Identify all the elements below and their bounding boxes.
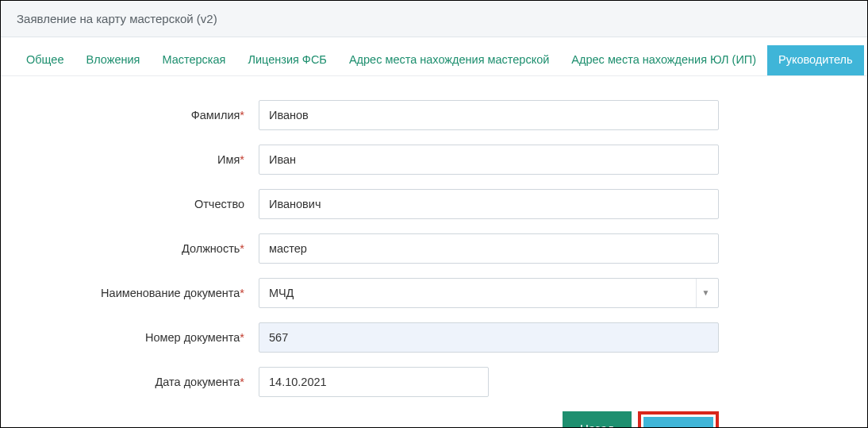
next-button[interactable]: Далее bbox=[643, 417, 713, 428]
label-name: Имя* bbox=[1, 153, 259, 166]
tab-applicant[interactable]: Заявитель bbox=[864, 45, 869, 75]
input-doc-number[interactable] bbox=[259, 322, 719, 353]
tab-fsb-license[interactable]: Лицензия ФСБ bbox=[236, 45, 337, 75]
row-patronymic: Отчество bbox=[1, 189, 867, 219]
tab-bar: Общее Вложения Мастерская Лицензия ФСБ А… bbox=[1, 45, 867, 76]
chevron-down-icon: ▼ bbox=[696, 279, 715, 307]
required-mark: * bbox=[240, 287, 244, 299]
input-name[interactable] bbox=[259, 145, 719, 175]
back-button[interactable]: Назад bbox=[563, 411, 632, 428]
page-header: Заявление на карту мастерской (v2) bbox=[1, 1, 867, 37]
row-doc-number: Номер документа* bbox=[1, 322, 867, 353]
required-mark: * bbox=[240, 331, 244, 344]
input-surname[interactable] bbox=[259, 100, 719, 130]
input-patronymic[interactable] bbox=[259, 189, 719, 219]
tab-attachments[interactable]: Вложения bbox=[75, 45, 151, 75]
tab-general[interactable]: Общее bbox=[15, 45, 75, 75]
highlight-frame: Далее bbox=[638, 411, 719, 428]
tab-workshop-address[interactable]: Адрес места нахождения мастерской bbox=[338, 45, 560, 75]
row-position: Должность* bbox=[1, 233, 867, 264]
row-surname: Фамилия* bbox=[1, 100, 867, 130]
input-position[interactable] bbox=[259, 233, 719, 264]
required-mark: * bbox=[240, 376, 244, 388]
row-doc-name: Наименование документа* МЧД ▼ bbox=[1, 278, 867, 308]
required-mark: * bbox=[240, 242, 244, 255]
page-title: Заявление на карту мастерской (v2) bbox=[17, 12, 217, 25]
row-name: Имя* bbox=[1, 145, 867, 175]
form: Фамилия* Имя* Отчество Должность* Наимен… bbox=[1, 76, 867, 428]
label-position: Должность* bbox=[1, 242, 259, 255]
required-mark: * bbox=[240, 109, 244, 121]
select-doc-name-value: МЧД bbox=[269, 287, 696, 299]
input-doc-date[interactable] bbox=[259, 367, 489, 397]
label-doc-number: Номер документа* bbox=[1, 331, 259, 344]
label-doc-name: Наименование документа* bbox=[1, 287, 259, 299]
tab-workshop[interactable]: Мастерская bbox=[151, 45, 236, 75]
required-mark: * bbox=[240, 153, 244, 166]
tab-director[interactable]: Руководитель bbox=[767, 45, 863, 75]
tab-legal-address[interactable]: Адрес места нахождения ЮЛ (ИП) bbox=[560, 45, 767, 75]
label-doc-date: Дата документа* bbox=[1, 376, 259, 388]
label-patronymic: Отчество bbox=[1, 198, 259, 210]
label-surname: Фамилия* bbox=[1, 109, 259, 121]
button-row: Назад Далее bbox=[259, 411, 719, 428]
select-doc-name[interactable]: МЧД ▼ bbox=[259, 278, 719, 308]
row-doc-date: Дата документа* bbox=[1, 367, 867, 397]
